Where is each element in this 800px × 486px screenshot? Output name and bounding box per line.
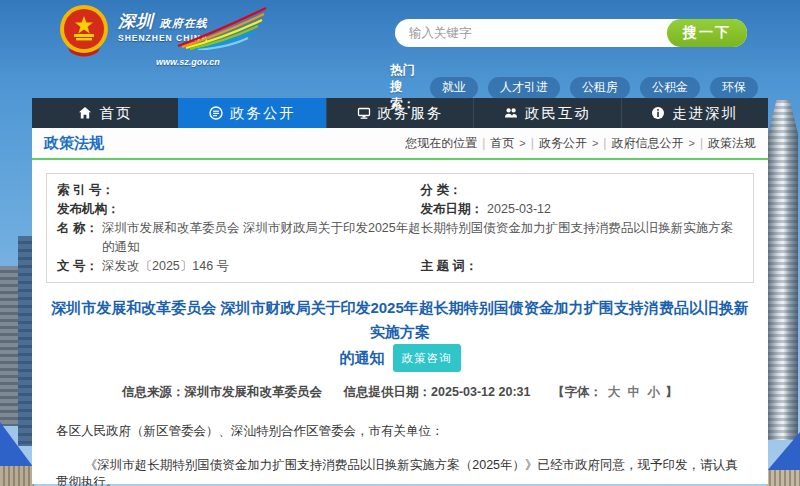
font-size-large[interactable]: 大 [605, 385, 622, 399]
national-emblem-icon [58, 4, 110, 58]
city-buildings-right [766, 106, 800, 486]
page-panel: 深圳 政府在线 SHENZHEN CHINA www.sz.gov.cn 搜一下… [32, 0, 768, 486]
hot-tag-public-housing[interactable]: 公租房 [570, 77, 630, 99]
breadcrumb-divider: | [531, 136, 534, 150]
blue-roof-icon [0, 422, 34, 468]
table-row: 发布机构： 发布日期： 2025-03-12 [57, 200, 743, 219]
meta-issuing-agency: 发布机构： [57, 200, 421, 219]
content-area: 索 引 号： 分 类： 发布机构： 发布日期： 2025-03-12 [32, 160, 768, 484]
meta-value: 深圳市发展和改革委员会 深圳市财政局关于印发2025年超长期特别国债资金加力扩围… [102, 219, 743, 257]
city-buildings-left [0, 218, 34, 486]
site-logo[interactable]: 深圳 政府在线 SHENZHEN CHINA www.sz.gov.cn [58, 4, 268, 67]
font-label-close: 】 [665, 385, 678, 399]
hot-tag-environment[interactable]: 环保 [710, 77, 758, 99]
page-title: 政策法规 [44, 134, 104, 153]
gov-disclosure-icon [209, 106, 223, 120]
breadcrumb-item-gov-disclosure[interactable]: 政务公开 [539, 135, 587, 152]
site-header: 深圳 政府在线 SHENZHEN CHINA www.sz.gov.cn 搜一下… [32, 0, 768, 98]
search-input[interactable] [395, 26, 667, 40]
table-row: 文 号： 深发改〔2025〕146 号 主 题 词： [57, 257, 743, 276]
meta-doc-number: 文 号： 深发改〔2025〕146 号 [57, 257, 421, 276]
skyscraper-icon [768, 100, 798, 440]
search-button[interactable]: 搜一下 [667, 19, 747, 47]
building-base [766, 470, 800, 486]
table-row: 名 称： 深圳市发展和改革委员会 深圳市财政局关于印发2025年超长期特别国债资… [57, 219, 743, 257]
breadcrumb: 您现在的位置 | 首页 > | 政务公开 > | 政府信息公开 > | 政策法规 [405, 135, 756, 152]
meta-label: 发布日期： [421, 200, 484, 219]
meta-label: 索 引 号： [57, 181, 114, 200]
hot-tag-jobs[interactable]: 就业 [430, 77, 478, 99]
meta-category: 分 类： [421, 181, 743, 200]
article-title-line2: 的通知 政策咨询 [340, 344, 461, 372]
meta-keywords: 主 题 词： [421, 257, 743, 276]
nav-item-label: 首页 [99, 104, 132, 123]
building-base [0, 466, 34, 486]
meta-label: 主 题 词： [421, 257, 478, 276]
hot-search-row: 热门搜索： 就业 人才引进 公租房 公积金 环保 [390, 62, 768, 113]
nav-item-gov-disclosure[interactable]: 政务公开 [178, 98, 325, 128]
breadcrumb-separator: > [688, 137, 694, 149]
meta-label: 名 称： [57, 219, 98, 257]
article-info-line: 信息来源：深圳市发展和改革委员会 信息提供日期：2025-03-12 20:31… [46, 384, 754, 401]
nav-item-label: 政务公开 [230, 104, 296, 123]
provide-date-label: 信息提供日期： [344, 385, 432, 399]
meta-value: 深发改〔2025〕146 号 [102, 257, 229, 276]
hot-search-label: 热门搜索： [390, 62, 422, 113]
breadcrumb-item-policies[interactable]: 政策法规 [708, 135, 756, 152]
meta-label: 发布机构： [57, 200, 120, 219]
hot-tag-talent[interactable]: 人才引进 [488, 77, 560, 99]
hot-tag-provident-fund[interactable]: 公积金 [640, 77, 700, 99]
table-row: 索 引 号： 分 类： [57, 181, 743, 200]
meta-label: 分 类： [421, 181, 462, 200]
home-icon [78, 106, 92, 120]
article-title: 深圳市发展和改革委员会 深圳市财政局关于印发2025年超长期特别国债资金加力扩围… [46, 296, 754, 372]
breadcrumb-item-gov-info[interactable]: 政府信息公开 [611, 135, 683, 152]
breadcrumb-location-label: 您现在的位置 [405, 135, 477, 152]
breadcrumb-divider: | [482, 136, 485, 150]
source-label: 信息来源： [122, 385, 185, 399]
source-value: 深圳市发展和改革委员会 [185, 385, 323, 399]
breadcrumb-separator: > [592, 137, 598, 149]
search-bar: 搜一下 [395, 19, 747, 47]
meta-index-no: 索 引 号： [57, 181, 421, 200]
site-url: www.sz.gov.cn [156, 57, 268, 67]
meta-label: 文 号： [57, 257, 98, 276]
paragraph-main: 《深圳市超长期特别国债资金加力扩围支持消费品以旧换新实施方案（2025年）》已经… [56, 457, 744, 486]
meta-doc-name: 名 称： 深圳市发展和改革委员会 深圳市财政局关于印发2025年超长期特别国债资… [57, 219, 743, 257]
article-title-line2-text: 的通知 [340, 346, 385, 370]
policy-consult-badge[interactable]: 政策咨询 [393, 344, 461, 372]
font-size-small[interactable]: 小 [645, 385, 662, 399]
breadcrumb-separator: > [519, 137, 525, 149]
breadcrumb-bar: 政策法规 您现在的位置 | 首页 > | 政务公开 > | 政府信息公开 > |… [32, 128, 768, 160]
article-body: 各区人民政府（新区管委会）、深汕特别合作区管委会，市有关单位： 《深圳市超长期特… [46, 423, 754, 486]
monitor-icon [357, 106, 371, 120]
blue-roof-icon [766, 432, 800, 472]
paragraph-salutation: 各区人民政府（新区管委会）、深汕特别合作区管委会，市有关单位： [56, 423, 744, 440]
wing-swoosh-icon [176, 6, 268, 50]
article-title-line1: 深圳市发展和改革委员会 深圳市财政局关于印发2025年超长期特别国债资金加力扩围… [46, 296, 754, 344]
document-meta-table: 索 引 号： 分 类： 发布机构： 发布日期： 2025-03-12 [46, 173, 754, 283]
meta-publish-date: 发布日期： 2025-03-12 [421, 200, 743, 219]
breadcrumb-divider: | [700, 136, 703, 150]
breadcrumb-item-home[interactable]: 首页 [490, 135, 514, 152]
nav-item-home[interactable]: 首页 [32, 98, 178, 128]
brand-block: 深圳 政府在线 SHENZHEN CHINA www.sz.gov.cn [118, 10, 268, 67]
font-label-open: 【字体： [552, 385, 602, 399]
provide-date-value: 2025-03-12 20:31 [431, 385, 530, 399]
breadcrumb-divider: | [603, 136, 606, 150]
meta-value: 2025-03-12 [487, 200, 551, 219]
font-size-control: 【字体： 大 中 小 】 [552, 385, 678, 399]
font-size-medium[interactable]: 中 [625, 385, 642, 399]
